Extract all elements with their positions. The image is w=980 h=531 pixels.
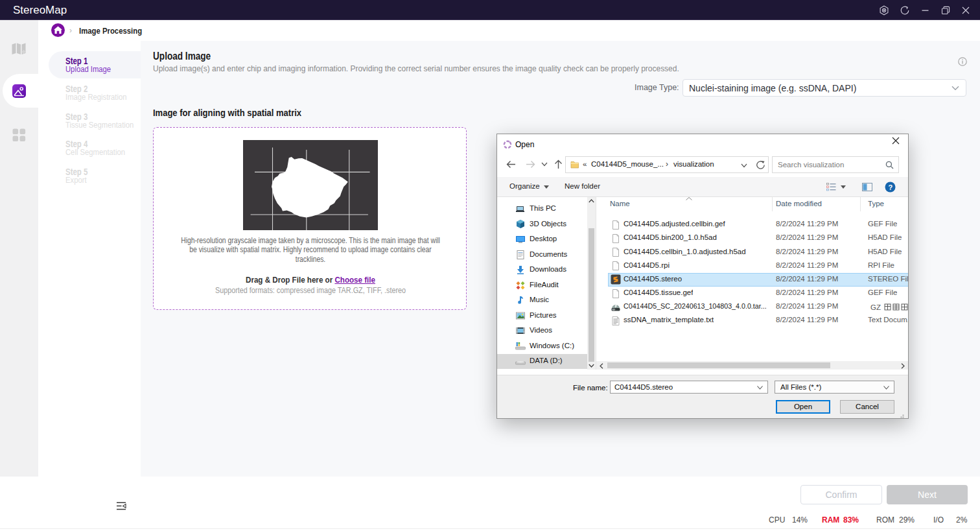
svg-text:?: ? xyxy=(889,183,893,191)
svg-text:GZ: GZ xyxy=(870,303,881,311)
